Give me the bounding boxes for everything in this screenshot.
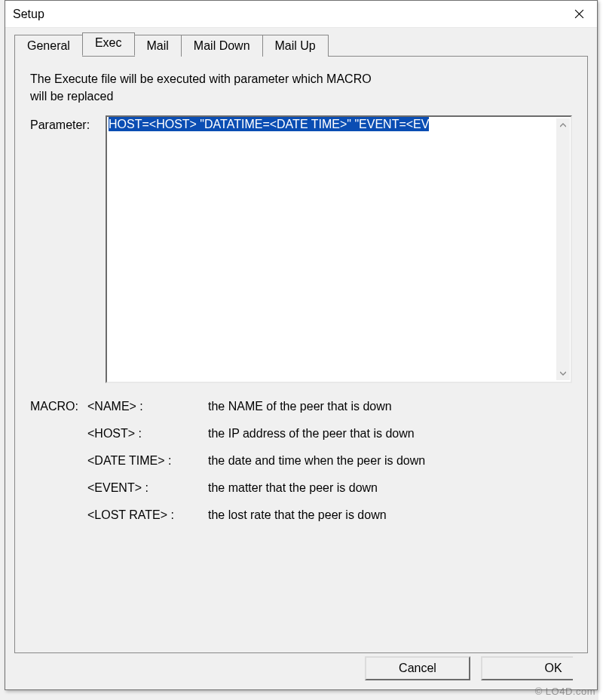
close-button[interactable] (561, 1, 597, 28)
background-sliver (598, 0, 603, 700)
macro-row: <DATE TIME> : the date and time when the… (30, 454, 572, 468)
parameter-text-selected: HOST=<HOST> "DATATIME=<DATE TIME>" "EVEN… (109, 117, 429, 131)
watermark: © LO4D.com (535, 686, 595, 697)
scroll-up-icon[interactable] (556, 118, 570, 132)
macro-desc: the NAME of the peer that is down (208, 400, 572, 413)
window-title: Setup (13, 8, 44, 21)
macro-desc: the date and time when the peer is down (208, 454, 572, 468)
macro-block: MACRO: <NAME> : the NAME of the peer tha… (30, 400, 572, 522)
tab-bar: General Exec Mail Mail Down Mail Up (14, 34, 588, 56)
tab-mail[interactable]: Mail (134, 35, 182, 57)
macro-row: <HOST> : the IP address of the peer that… (30, 427, 572, 441)
scroll-down-icon[interactable] (556, 367, 570, 380)
parameter-label: Parameter: (30, 115, 106, 132)
tab-exec[interactable]: Exec (82, 32, 135, 56)
parameter-input[interactable]: HOST=<HOST> "DATATIME=<DATE TIME>" "EVEN… (106, 115, 572, 383)
macro-desc: the lost rate that the peer is down (208, 508, 572, 522)
macro-key: <NAME> : (87, 400, 208, 413)
macro-key: <DATE TIME> : (87, 454, 208, 468)
exec-intro: The Execute file will be executed with p… (30, 70, 572, 105)
macro-desc: the IP address of the peer that is down (208, 427, 572, 441)
dialog-body: General Exec Mail Mail Down Mail Up The … (5, 28, 597, 689)
tab-mail-up[interactable]: Mail Up (262, 35, 329, 57)
close-icon (574, 9, 584, 19)
macro-row: <EVENT> : the matter that the peer is do… (30, 481, 572, 495)
cancel-button[interactable]: Cancel (365, 656, 470, 680)
exec-intro-line2: will be replaced (30, 90, 113, 103)
tab-panel-exec: The Execute file will be executed with p… (14, 56, 588, 653)
titlebar: Setup (5, 1, 597, 28)
macro-key: <EVENT> : (87, 481, 208, 495)
macro-row: <LOST RATE> : the lost rate that the pee… (30, 508, 572, 522)
parameter-scrollbar[interactable] (556, 118, 570, 380)
macro-row: MACRO: <NAME> : the NAME of the peer tha… (30, 400, 572, 413)
macro-heading: MACRO: (30, 400, 87, 413)
ok-button[interactable]: OK (481, 656, 586, 680)
macro-desc: the matter that the peer is down (208, 481, 572, 495)
exec-intro-line1: The Execute file will be executed with p… (30, 72, 372, 85)
tab-general[interactable]: General (14, 35, 83, 57)
macro-key: <LOST RATE> : (87, 508, 208, 522)
setup-dialog: Setup General Exec Mail Mail Down Mail U… (5, 0, 598, 690)
dialog-buttons: Cancel OK (365, 656, 586, 680)
parameter-row: Parameter: HOST=<HOST> "DATATIME=<DATE T… (30, 115, 572, 383)
macro-key: <HOST> : (87, 427, 208, 441)
tab-mail-down[interactable]: Mail Down (181, 35, 263, 57)
ok-button-label: OK (544, 662, 562, 675)
